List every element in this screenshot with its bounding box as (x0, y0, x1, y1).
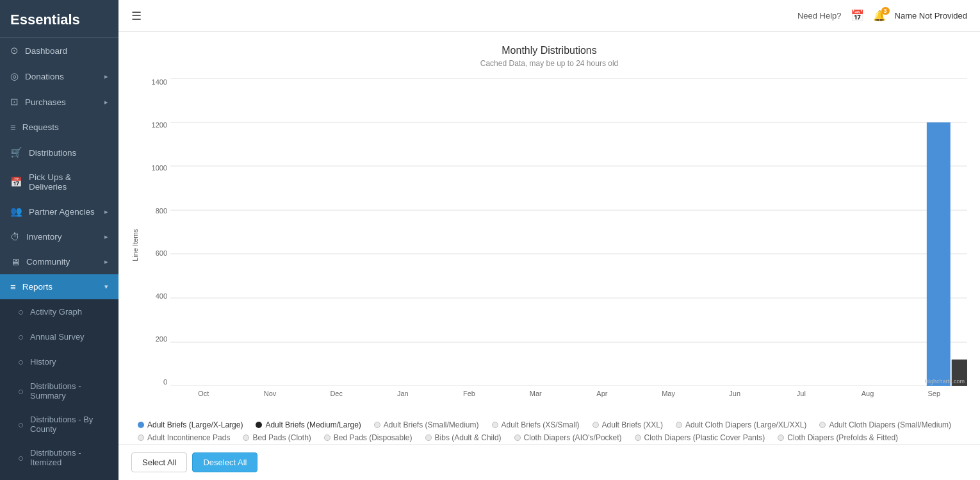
x-label-mar: Mar (502, 390, 569, 397)
chart-subtitle: Cached Data, may be up to 24 hours old (131, 59, 967, 68)
calendar-icon[interactable]: 📅 (851, 9, 864, 22)
legend-item[interactable]: Adult Incontinence Pads (138, 433, 230, 442)
sidebar-item-activity-graph[interactable]: ○ Activity Graph (0, 299, 118, 324)
legend-dot (635, 434, 641, 441)
legend-label: Bibs (Adult & Child) (435, 433, 502, 442)
x-label-feb: Feb (436, 390, 503, 397)
legend-item[interactable]: Adult Briefs (XXL) (592, 420, 663, 429)
sidebar-item-dist-county[interactable]: ○ Distributions - By County (0, 408, 118, 441)
menu-toggle-icon[interactable]: ☰ (131, 9, 142, 23)
sidebar-item-label: Purchases (25, 97, 66, 107)
legend-item[interactable]: Cloth Diapers (AIO's/Pocket) (514, 433, 622, 442)
bottom-buttons: Select All Deselect All (118, 444, 980, 480)
chart-plot-area: 0 200 400 600 800 1000 1200 1400 Highcha… (143, 78, 967, 411)
sidebar-item-label: Activity Graph (30, 307, 82, 317)
sidebar-item-reports[interactable]: ≡ Reports ▾ (0, 274, 118, 299)
sidebar-item-label: Distributions (29, 148, 76, 158)
donations-icon: ◎ (10, 70, 19, 82)
chart-container: Line Items (131, 78, 967, 411)
chevron-icon: ▸ (104, 233, 108, 241)
legend-item[interactable]: Adult Cloth Diapers (Small/Medium) (819, 420, 951, 429)
user-name: Name Not Provided (895, 11, 967, 21)
sidebar-item-label: Donations (25, 72, 64, 81)
circle-icon: ○ (18, 306, 24, 317)
chevron-icon: ▸ (104, 72, 108, 81)
legend-item[interactable]: Cloth Diapers (Prefolds & Fitted) (778, 433, 898, 442)
legend-item[interactable]: Adult Briefs (Medium/Large) (256, 420, 361, 429)
circle-icon: ○ (18, 452, 24, 463)
legend-item[interactable]: Bibs (Adult & Child) (425, 433, 502, 442)
bar-sep-blue (927, 122, 951, 386)
sidebar-item-pickups[interactable]: 📅 Pick Ups & Deliveries (0, 165, 118, 199)
main-area: ☰ Need Help? 📅 🔔3 Name Not Provided Mont… (118, 0, 980, 480)
x-label-jul: Jul (768, 390, 835, 397)
legend-dot (425, 434, 432, 441)
sidebar-item-dist-summary[interactable]: ○ Distributions - Summary (0, 374, 118, 408)
x-label-oct: Oct (170, 390, 237, 397)
legend-item[interactable]: Adult Cloth Diapers (Large/XL/XXL) (676, 420, 806, 429)
legend-dot (778, 434, 784, 441)
x-label-jan: Jan (370, 390, 436, 397)
pickups-icon: 📅 (10, 176, 22, 188)
community-icon: 🖥 (10, 256, 20, 267)
sidebar-item-history[interactable]: ○ History (0, 349, 118, 374)
chevron-down-icon: ▾ (104, 283, 108, 291)
sidebar-item-requests[interactable]: ≡ Requests (0, 115, 118, 140)
chevron-icon: ▸ (104, 98, 108, 106)
y-tick-800: 800 (143, 207, 167, 215)
select-all-button[interactable]: Select All (131, 452, 187, 472)
legend-dot (138, 434, 144, 441)
y-tick-1200: 1200 (143, 121, 167, 129)
sidebar-item-label: Inventory (26, 232, 62, 242)
circle-icon: ○ (18, 356, 24, 367)
sidebar-item-partner-agencies[interactable]: 👥 Partner Agencies ▸ (0, 199, 118, 224)
legend-label: Adult Briefs (Small/Medium) (384, 420, 479, 429)
requests-icon: ≡ (10, 122, 16, 133)
bell-icon[interactable]: 🔔3 (873, 10, 886, 22)
circle-icon: ○ (18, 331, 24, 342)
legend-item[interactable]: Bed Pads (Disposable) (324, 433, 412, 442)
legend-label: Adult Cloth Diapers (Large/XL/XXL) (685, 420, 806, 429)
legend-item[interactable]: Bed Pads (Cloth) (243, 433, 311, 442)
sidebar-item-purchases[interactable]: ⊡ Purchases ▸ (0, 89, 118, 115)
inventory-icon: ⏱ (10, 231, 20, 242)
reports-icon: ≡ (10, 281, 16, 292)
sidebar-item-donations[interactable]: ◎ Donations ▸ (0, 63, 118, 89)
legend-item[interactable]: Adult Briefs (XS/Small) (492, 420, 580, 429)
highcharts-credit: Highcharts.com (924, 378, 965, 385)
sidebar-item-label: Annual Survey (30, 332, 85, 342)
x-label-dec: Dec (303, 390, 370, 397)
sidebar-item-dist-trends[interactable]: ● Distributions - Trends (0, 474, 118, 480)
legend-label: Cloth Diapers (Plastic Cover Pants) (644, 433, 765, 442)
legend-label: Adult Incontinence Pads (147, 433, 230, 442)
legend-label: Adult Briefs (XS/Small) (502, 420, 580, 429)
legend-dot (243, 434, 249, 441)
legend-dot (374, 422, 380, 428)
legend-label: Adult Briefs (XXL) (602, 420, 663, 429)
legend-item[interactable]: Cloth Diapers (Plastic Cover Pants) (635, 433, 765, 442)
sidebar-item-label: Requests (22, 122, 59, 132)
sidebar-item-label: Distributions - Summary (30, 381, 108, 401)
app-logo: Essentials (0, 0, 118, 38)
sidebar-item-inventory[interactable]: ⏱ Inventory ▸ (0, 224, 118, 249)
sidebar-item-dashboard[interactable]: ⊙ Dashboard (0, 38, 118, 63)
legend-dot (514, 434, 521, 441)
deselect-all-button[interactable]: Deselect All (192, 452, 257, 472)
legend-item[interactable]: Adult Briefs (Large/X-Large) (138, 420, 243, 429)
sidebar-item-label: Reports (22, 282, 53, 292)
sidebar-item-annual-survey[interactable]: ○ Annual Survey (0, 324, 118, 349)
legend-label: Adult Briefs (Large/X-Large) (147, 420, 243, 429)
sidebar-item-label: Distributions - Itemized (30, 448, 108, 467)
sidebar-item-distributions[interactable]: 🛒 Distributions (0, 140, 118, 165)
legend-dot (324, 434, 331, 441)
chevron-icon: ▸ (104, 258, 108, 266)
topbar: ☰ Need Help? 📅 🔔3 Name Not Provided (118, 0, 980, 32)
legend-item[interactable]: Adult Briefs (Small/Medium) (374, 420, 479, 429)
chart-title: Monthly Distributions (131, 45, 967, 56)
sidebar-item-dist-itemized[interactable]: ○ Distributions - Itemized (0, 441, 118, 474)
help-link[interactable]: Need Help? (797, 11, 842, 21)
x-label-nov: Nov (237, 390, 304, 397)
sidebar-item-community[interactable]: 🖥 Community ▸ (0, 249, 118, 274)
notification-badge: 3 (881, 7, 890, 15)
y-tick-1400: 1400 (143, 78, 167, 86)
